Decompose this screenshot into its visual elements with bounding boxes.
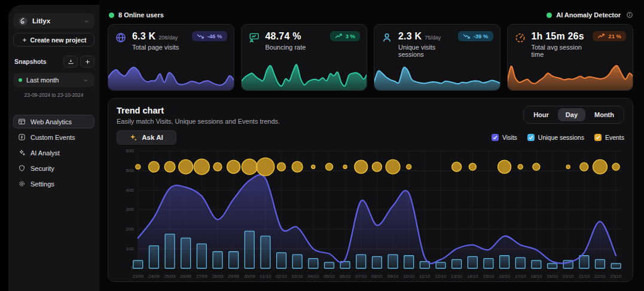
sidebar-item-ai-analyst[interactable]: AI Analyst [13,146,94,160]
sidebar-item-label: Custom Events [30,134,75,141]
svg-text:12/10: 12/10 [435,274,447,279]
svg-text:500: 500 [126,168,135,173]
download-icon [68,59,74,65]
svg-text:15/10: 15/10 [483,274,495,279]
sidebar-item-web-analytics[interactable]: Web Analytics [13,115,94,128]
chevron-down-icon [83,18,90,24]
svg-text:28/09: 28/09 [212,274,224,279]
checkbox-checked-icon[interactable] [527,134,535,141]
stat-card-bouncing-rate[interactable]: 48.74 % Bouncing rate 3 % [241,24,368,91]
app-root: Litlyx Create new project Snapshots Last… [0,0,644,291]
svg-text:16/10: 16/10 [499,274,510,279]
trend-chart-canvas[interactable]: 010020030040050060023/0924/0925/0926/092… [117,146,624,281]
stat-label: Bouncing rate [265,44,306,51]
online-users: 8 Online users [109,11,164,19]
legend-events[interactable]: Events [594,134,624,141]
svg-text:07/10: 07/10 [355,274,367,279]
snapshot-period-select[interactable]: Last month [13,73,94,87]
globe-icon [115,32,127,44]
svg-text:26/09: 26/09 [180,274,191,279]
svg-text:08/10: 08/10 [371,274,383,279]
svg-text:24/09: 24/09 [148,274,160,279]
panel-subtitle: Easily match Visits, Unique sessions and… [117,118,280,125]
sparkles-icon [18,149,26,157]
range-tabs: Hour Day Month [523,106,624,124]
stat-value: 48.74 % [265,31,301,42]
stat-per-day: 75/day [425,35,441,41]
svg-text:400: 400 [126,188,135,193]
svg-text:20/10: 20/10 [563,274,574,279]
project-name: Litlyx [32,17,50,24]
svg-text:09/10: 09/10 [387,274,399,279]
stat-label: Total avg session time [532,44,588,58]
avg-session-time-sparkline [507,60,634,91]
download-snapshot-button[interactable] [63,56,78,68]
legend-label: Visits [502,134,517,141]
svg-text:04/10: 04/10 [308,274,319,279]
stat-label: Total page visits [132,44,179,51]
legend-label: Events [605,134,624,141]
sidebar-item-label: Security [30,165,54,172]
trend-badge-value: 21 % [608,33,621,39]
anomaly-detector-label: AI Anomaly Detector [556,11,621,19]
project-selector[interactable]: Litlyx [13,13,94,29]
sidebar-nav: Web Analytics Custom Events AI Analyst S… [13,115,94,191]
user-icon [381,32,393,44]
bouncing-rate-sparkline [241,60,368,91]
trend-badge-value: -39 % [474,33,489,39]
tab-month[interactable]: Month [587,108,622,121]
main-content: 8 Online users AI Anomaly Detector [99,0,644,291]
trend-badge-value: 3 % [346,33,355,39]
snapshots-label: Snapshots [14,58,61,65]
checkbox-checked-icon[interactable] [492,134,499,141]
stat-cards-row: 6.3 K 208/day Total page visits -46 % [99,24,644,91]
svg-text:27/09: 27/09 [196,274,207,279]
snapshot-status-dot [19,78,22,82]
sidebar-item-custom-events[interactable]: Custom Events [13,130,94,144]
stat-label: Unique visits sessions [398,44,453,58]
browser-icon [18,118,26,125]
svg-text:05/10: 05/10 [323,274,335,279]
create-project-label: Create new project [30,36,87,44]
svg-text:17/10: 17/10 [515,274,526,279]
unique-visits-sparkline [374,60,500,91]
legend-label: Unique sessions [538,134,584,141]
snapshot-date-range: 23-09-2024 to 23-10-2024 [13,92,94,98]
ai-anomaly-detector[interactable]: AI Anomaly Detector [547,11,633,19]
presentation-chart-icon [248,32,260,44]
plus-icon [22,37,28,43]
stat-card-total-page-visits[interactable]: 6.3 K 208/day Total page visits -46 % [108,24,234,91]
svg-text:200: 200 [126,226,135,232]
sidebar: Litlyx Create new project Snapshots Last… [8,5,99,291]
svg-text:14/10: 14/10 [467,274,478,279]
svg-text:19/10: 19/10 [547,274,558,279]
checkbox-checked-icon[interactable] [594,134,602,141]
tab-hour[interactable]: Hour [526,108,557,121]
svg-text:13/10: 13/10 [451,274,462,279]
sidebar-item-settings[interactable]: Settings [13,177,94,191]
info-icon[interactable] [626,11,633,19]
svg-text:22/10: 22/10 [594,274,606,279]
add-snapshot-button[interactable] [80,56,94,68]
trend-badge-value: -46 % [207,33,222,39]
svg-text:03/10: 03/10 [292,274,303,279]
chevron-down-icon [83,77,89,84]
trend-badge: 21 % [593,31,626,41]
plus-icon [84,59,91,65]
create-project-button[interactable]: Create new project [13,33,94,47]
svg-text:21/10: 21/10 [578,274,590,279]
topbar: 8 Online users AI Anomaly Detector [99,0,644,24]
legend-visits[interactable]: Visits [492,134,517,141]
ask-ai-button[interactable]: Ask AI [117,130,176,145]
stat-card-unique-visits-sessions[interactable]: 2.3 K 75/day Unique visits sessions -39 … [374,24,500,91]
svg-text:18/10: 18/10 [531,274,542,279]
panel-title: Trend chart [117,106,280,115]
legend-unique-sessions[interactable]: Unique sessions [527,134,584,141]
trend-down-icon [463,33,471,39]
stat-value: 1h 15m 26s [532,31,584,42]
stat-card-avg-session-time[interactable]: 1h 15m 26s Total avg session time 21 % [507,24,634,91]
svg-text:06/10: 06/10 [340,274,351,279]
sidebar-item-security[interactable]: Security [13,161,94,175]
ask-ai-label: Ask AI [142,134,163,141]
tab-day[interactable]: Day [558,108,585,121]
